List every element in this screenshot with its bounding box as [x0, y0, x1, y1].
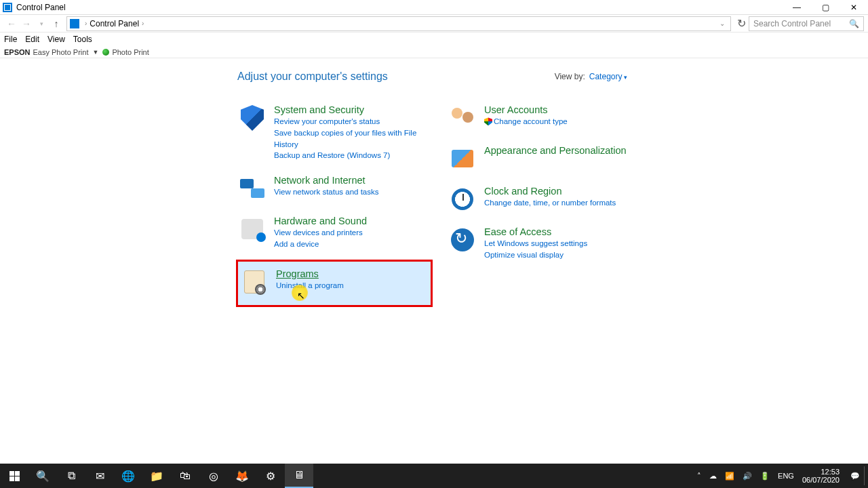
clock-icon	[449, 186, 476, 213]
appearance-icon	[449, 145, 476, 172]
start-button[interactable]	[0, 464, 28, 488]
link-file-history[interactable]: Save backup copies of your files with Fi…	[274, 127, 430, 150]
link-network-status[interactable]: View network status and tasks	[274, 186, 378, 198]
link-change-date-time[interactable]: Change date, time, or number formats	[484, 197, 616, 209]
category-ease-of-access[interactable]: Ease of Access Let Windows suggest setti…	[446, 224, 643, 264]
search-icon: 🔍	[849, 19, 859, 28]
epson-dropdown-icon[interactable]: ▼	[92, 49, 98, 56]
address-bar[interactable]: › Control Panel › ⌄	[66, 16, 731, 31]
category-columns: System and Security Review your computer…	[236, 102, 868, 315]
category-clock-region[interactable]: Clock and Region Change date, time, or n…	[446, 183, 643, 216]
task-view-button[interactable]: ⧉	[57, 464, 85, 488]
taskbar: 🔍 ⧉ ✉ 🌐 📁 🛍 ◎ 🦊 ⚙ 🖥 ˄ ☁ 📶 🔊 🔋 ENG 12:53 …	[0, 464, 868, 488]
forward-button[interactable]: →	[19, 16, 34, 31]
close-button[interactable]: ✕	[840, 0, 868, 14]
right-column: User Accounts Change account type Appear…	[446, 102, 643, 315]
epson-photo-print[interactable]: Photo Print	[112, 48, 149, 56]
link-windows-suggest[interactable]: Let Windows suggest settings	[484, 238, 587, 249]
window-title: Control Panel	[16, 3, 783, 12]
programs-icon	[241, 268, 268, 296]
taskbar-firefox-icon[interactable]: 🦊	[228, 464, 256, 488]
tray-onedrive-icon[interactable]: ☁	[709, 472, 717, 481]
shield-icon	[239, 104, 266, 131]
page-heading: Adjust your computer's settings	[237, 70, 555, 83]
minimize-button[interactable]: —	[783, 0, 811, 14]
menu-edit[interactable]: Edit	[25, 35, 39, 44]
tray-notifications-icon[interactable]: 💬	[850, 472, 860, 481]
category-title[interactable]: Programs	[276, 268, 344, 280]
category-title[interactable]: System and Security	[274, 104, 430, 116]
tray-date: 06/07/2020	[802, 476, 840, 484]
window-controls: — ▢ ✕	[783, 0, 868, 14]
menu-view[interactable]: View	[47, 35, 65, 44]
taskbar-settings-icon[interactable]: ⚙	[256, 464, 285, 488]
left-column: System and Security Review your computer…	[236, 102, 433, 315]
epson-easy-photo-print[interactable]: Easy Photo Print	[33, 48, 89, 56]
address-bar-row: ← → ▾ ↑ › Control Panel › ⌄ ↻ Search Con…	[0, 15, 868, 33]
search-placeholder: Search Control Panel	[753, 19, 831, 28]
system-tray: ˄ ☁ 📶 🔊 🔋 ENG 12:53 06/07/2020 💬	[693, 464, 868, 488]
category-hardware-sound[interactable]: Hardware and Sound View devices and prin…	[236, 213, 433, 253]
titlebar: Control Panel — ▢ ✕	[0, 0, 868, 15]
tray-language[interactable]: ENG	[778, 472, 794, 480]
category-appearance-personalization[interactable]: Appearance and Personalization	[446, 142, 643, 175]
windows-logo-icon	[9, 471, 20, 481]
epson-status-icon	[102, 49, 109, 56]
category-network-internet[interactable]: Network and Internet View network status…	[236, 172, 433, 205]
breadcrumb[interactable]: Control Panel	[90, 19, 139, 28]
menu-tools[interactable]: Tools	[73, 35, 92, 44]
viewby-dropdown[interactable]: Category	[589, 72, 627, 81]
link-uninstall-program[interactable]: Uninstall a program	[276, 280, 344, 291]
tray-overflow-icon[interactable]: ˄	[697, 472, 701, 481]
link-add-device[interactable]: Add a device	[274, 239, 367, 250]
menu-bar: File Edit View Tools	[0, 33, 868, 46]
search-button[interactable]: 🔍	[28, 464, 57, 488]
viewby-label: View by:	[555, 72, 585, 81]
show-desktop-button[interactable]	[864, 466, 868, 485]
category-title[interactable]: Network and Internet	[274, 175, 378, 186]
menu-file[interactable]: File	[4, 35, 17, 44]
maximize-button[interactable]: ▢	[811, 0, 840, 14]
refresh-button[interactable]: ↻	[734, 17, 749, 30]
network-icon	[239, 175, 266, 202]
uac-shield-icon	[484, 117, 492, 125]
taskbar-chrome-icon[interactable]: ◎	[199, 464, 228, 488]
up-button[interactable]: ↑	[49, 16, 64, 31]
category-title[interactable]: Clock and Region	[484, 186, 616, 197]
tray-battery-icon[interactable]: 🔋	[760, 472, 770, 481]
content-header: Adjust your computer's settings View by:…	[237, 70, 627, 83]
category-programs[interactable]: Programs Uninstall a program	[236, 260, 433, 307]
epson-brand: EPSON	[4, 48, 31, 56]
link-devices-printers[interactable]: View devices and printers	[274, 227, 367, 239]
tray-network-icon[interactable]: 📶	[725, 472, 734, 481]
category-user-accounts[interactable]: User Accounts Change account type	[446, 102, 643, 134]
back-button[interactable]: ←	[4, 16, 19, 31]
category-title[interactable]: User Accounts	[484, 104, 568, 116]
printer-icon	[239, 216, 266, 243]
tray-time: 12:53	[802, 468, 840, 476]
link-optimize-visual[interactable]: Optimize visual display	[484, 249, 587, 261]
chevron-icon: ›	[142, 20, 144, 27]
link-backup-restore[interactable]: Backup and Restore (Windows 7)	[274, 150, 430, 161]
category-system-security[interactable]: System and Security Review your computer…	[236, 102, 433, 164]
category-title[interactable]: Ease of Access	[484, 226, 587, 238]
chevron-icon: ›	[85, 20, 87, 27]
taskbar-store-icon[interactable]: 🛍	[171, 464, 199, 488]
link-change-account-type[interactable]: Change account type	[484, 116, 568, 127]
tray-clock[interactable]: 12:53 06/07/2020	[802, 468, 840, 484]
search-input[interactable]: Search Control Panel 🔍	[749, 16, 864, 31]
taskbar-explorer-icon[interactable]: 📁	[142, 464, 171, 488]
taskbar-control-panel-icon[interactable]: 🖥	[285, 464, 313, 488]
address-icon	[70, 19, 79, 28]
link-review-status[interactable]: Review your computer's status	[274, 116, 430, 127]
tray-volume-icon[interactable]: 🔊	[743, 472, 752, 481]
main-content: Adjust your computer's settings View by:…	[0, 58, 868, 315]
taskbar-mail-icon[interactable]: ✉	[85, 464, 114, 488]
recent-dropdown[interactable]: ▾	[34, 16, 49, 31]
ease-of-access-icon	[449, 226, 476, 253]
category-title[interactable]: Appearance and Personalization	[484, 145, 627, 157]
users-icon	[449, 104, 476, 131]
address-dropdown-icon[interactable]: ⌄	[719, 20, 725, 27]
taskbar-edge-icon[interactable]: 🌐	[114, 464, 142, 488]
category-title[interactable]: Hardware and Sound	[274, 216, 367, 227]
